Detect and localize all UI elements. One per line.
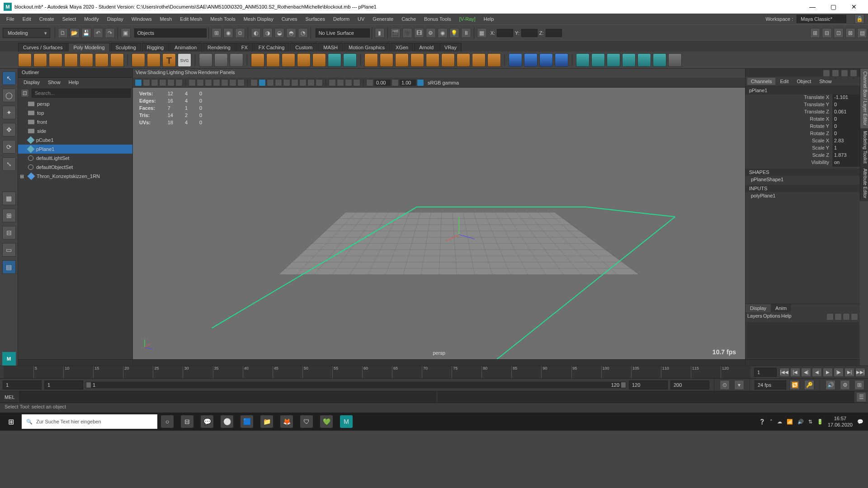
shelf-poly-cube-icon[interactable] xyxy=(33,53,47,67)
outliner-item-side[interactable]: side xyxy=(18,127,132,136)
lasso-tool[interactable]: ◯ xyxy=(2,89,16,102)
character-set-icon[interactable]: ⊙ xyxy=(720,380,730,390)
new-scene-icon[interactable]: 🗋 xyxy=(58,28,68,38)
cmd-input[interactable] xyxy=(19,391,437,403)
close-button[interactable]: ✕ xyxy=(844,0,864,14)
vp-bookmark-icon[interactable] xyxy=(151,79,158,86)
playback-end-field[interactable]: 120 xyxy=(629,380,668,389)
render-seq-icon[interactable]: 🎞 xyxy=(414,28,424,38)
vp-film-gate-icon[interactable] xyxy=(197,79,204,86)
construction-history-icon[interactable]: ▮ xyxy=(375,28,385,38)
vp-dof-icon[interactable] xyxy=(316,79,323,86)
step-fwd-key-button[interactable]: ▶| xyxy=(844,368,854,377)
shelf-sculpt-c-icon[interactable] xyxy=(607,53,620,67)
lock-icon[interactable]: 🔒 xyxy=(854,14,864,24)
shelf-crease-icon[interactable] xyxy=(555,53,568,67)
render-pause-icon[interactable]: ⏸ xyxy=(461,28,471,38)
menu-cache[interactable]: Cache xyxy=(398,15,420,23)
shelf-target-weld-icon[interactable] xyxy=(426,53,439,67)
viewport-canvas[interactable]: Verts:1240Edges:1640Faces:710Tris:1420UV… xyxy=(133,88,745,359)
task-explorer-icon[interactable]: 📁 xyxy=(260,415,273,428)
sym-w-icon[interactable]: ◓ xyxy=(286,28,296,38)
shelf-sculpt-e-icon[interactable] xyxy=(637,53,651,67)
sidetab-attribute-editor[interactable]: Attribute Editor xyxy=(860,166,868,201)
anim-prefs-icon[interactable]: ⚙ xyxy=(840,380,850,390)
start-button[interactable]: ⊞ xyxy=(0,413,22,431)
save-scene-icon[interactable]: 💾 xyxy=(81,28,91,38)
shelf-sculpt-f-icon[interactable] xyxy=(653,53,666,67)
shelf-poly-sphere-icon[interactable] xyxy=(18,53,32,67)
menu-uv[interactable]: UV xyxy=(354,15,368,23)
coord-y-field[interactable] xyxy=(521,29,538,37)
shelf-tab-xgen[interactable]: XGen xyxy=(391,43,413,52)
vp-select-cam-icon[interactable] xyxy=(135,79,142,86)
toggle-a-icon[interactable]: ⊞ xyxy=(810,28,820,38)
attr-value-field[interactable]: 1.873 xyxy=(832,152,860,160)
shelf-tab-custom[interactable]: Custom xyxy=(290,43,317,52)
vp-cam-attr-icon[interactable] xyxy=(143,79,150,86)
maximize-button[interactable]: ▢ xyxy=(823,0,844,14)
tray-clock[interactable]: 16:57 17.06.2020 xyxy=(828,415,853,428)
snap-curve-icon[interactable]: ◉ xyxy=(223,28,233,38)
sym-opt-icon[interactable]: ◔ xyxy=(298,28,308,38)
shelf-extrude-icon[interactable] xyxy=(364,53,378,67)
outliner-filter-icon[interactable]: ⊡ xyxy=(21,89,29,97)
shelf-poly-plane-icon[interactable] xyxy=(95,53,108,67)
outliner-menu-help[interactable]: Help xyxy=(65,79,83,87)
shelf-tab-arnold[interactable]: Arnold xyxy=(414,43,439,52)
cmd-language-label[interactable]: MEL xyxy=(0,391,19,403)
layer-down-icon[interactable] xyxy=(843,313,850,320)
redo-icon[interactable]: ↷ xyxy=(105,28,115,38)
shelf-type-icon[interactable]: T xyxy=(162,53,176,67)
shelf-cut-icon[interactable] xyxy=(472,53,486,67)
go-start-button[interactable]: |◀◀ xyxy=(779,368,789,377)
vp-ao-icon[interactable] xyxy=(291,79,298,86)
menu-generate[interactable]: Generate xyxy=(369,15,397,23)
outliner-menu-display[interactable]: Display xyxy=(20,79,43,87)
shelf-insert-edge-icon[interactable] xyxy=(487,53,501,67)
layer-list[interactable] xyxy=(746,322,859,358)
outliner-menu-show[interactable]: Show xyxy=(44,79,64,87)
shelf-tab-animation[interactable]: Animation xyxy=(170,43,202,52)
time-slider[interactable]: 5101520253035404550556065707580859095100… xyxy=(0,366,868,378)
shelf-sculpt-a-icon[interactable] xyxy=(576,53,590,67)
ipr-icon[interactable]: 🎥 xyxy=(402,28,412,38)
coord-x-field[interactable] xyxy=(497,29,513,37)
chan-menu-edit[interactable]: Edit xyxy=(776,78,792,85)
vp-2d-icon[interactable] xyxy=(167,79,175,86)
shelf-nh-icon[interactable] xyxy=(214,53,228,67)
task-view-icon[interactable]: ⊟ xyxy=(181,415,193,428)
vp-gate-mask-icon[interactable] xyxy=(213,79,220,86)
tray-sync-icon[interactable]: ⇅ xyxy=(808,419,812,425)
shelf-poly-cylinder-icon[interactable] xyxy=(49,53,62,67)
tray-battery-icon[interactable]: 🔋 xyxy=(817,419,823,425)
task-whatsapp-icon[interactable]: 💚 xyxy=(320,415,333,428)
vp-xray-joints-icon[interactable] xyxy=(345,79,352,86)
vp-shaded-icon[interactable] xyxy=(259,79,266,86)
menu-bonustools[interactable]: Bonus Tools xyxy=(420,15,455,23)
shelf-tab-polymodeling[interactable]: Poly Modeling xyxy=(68,43,109,52)
layer-tab-anim[interactable]: Anim xyxy=(771,304,791,312)
step-fwd-button[interactable]: |▶ xyxy=(834,368,844,377)
shelf-platonic-icon[interactable] xyxy=(132,53,145,67)
menu-display[interactable]: Display xyxy=(104,15,127,23)
chan-menu-channels[interactable]: Channels xyxy=(747,78,775,85)
step-back-key-button[interactable]: |◀ xyxy=(790,368,800,377)
layout-outliner-icon[interactable]: ▤ xyxy=(2,260,16,274)
go-end-button[interactable]: ▶▶| xyxy=(855,368,865,377)
shelf-tab-rendering[interactable]: Rendering xyxy=(203,43,236,52)
live-surface-field[interactable]: No Live Surface xyxy=(316,28,370,38)
menu-mesh[interactable]: Mesh xyxy=(156,15,175,23)
vp-colormgmt-icon[interactable] xyxy=(417,79,424,86)
menu-meshdisplay[interactable]: Mesh Display xyxy=(240,15,277,23)
shelf-bool-inter-icon[interactable] xyxy=(343,53,357,67)
task-app2-icon[interactable]: ⚪ xyxy=(221,415,233,428)
menu-vray[interactable]: [V-Ray] xyxy=(456,15,479,23)
shelf-000-icon[interactable] xyxy=(230,53,243,67)
menu-deform[interactable]: Deform xyxy=(330,15,353,23)
shelf-tab-fxcaching[interactable]: FX Caching xyxy=(254,43,289,52)
menu-select[interactable]: Select xyxy=(59,15,80,23)
menu-editmesh[interactable]: Edit Mesh xyxy=(176,15,206,23)
menu-surfaces[interactable]: Surfaces xyxy=(302,15,329,23)
light-editor-icon[interactable]: 💡 xyxy=(449,28,459,38)
